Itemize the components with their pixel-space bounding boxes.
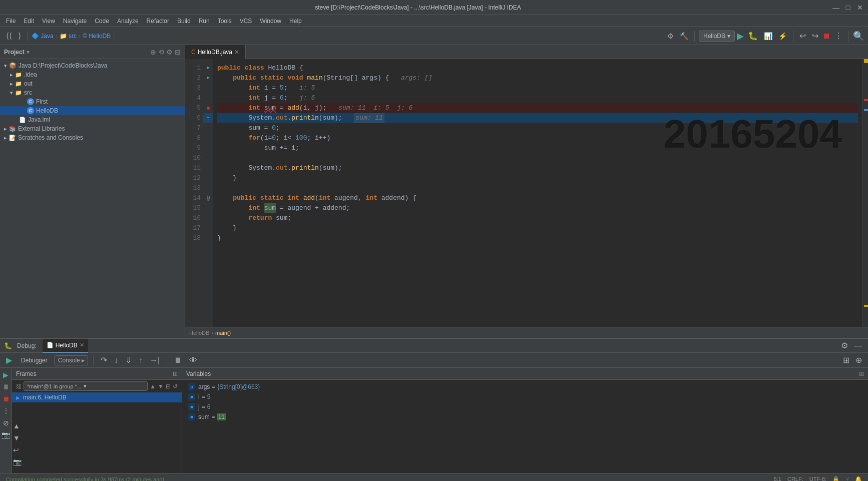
- debug-tab-close[interactable]: ✕: [80, 342, 84, 348]
- code-line-17: }: [217, 223, 858, 233]
- toolbar-build-button[interactable]: ⚙: [665, 30, 676, 42]
- frame-restore-btn[interactable]: ↩: [12, 445, 23, 455]
- frame-scroll-up-btn[interactable]: ▲: [12, 421, 23, 431]
- settings-button[interactable]: ⋮: [832, 29, 844, 43]
- menu-window[interactable]: Window: [256, 15, 285, 27]
- run-to-cursor-btn[interactable]: →|: [148, 355, 162, 366]
- frames-header: Frames ⊞: [12, 368, 182, 380]
- var-args-name: args: [198, 383, 210, 390]
- debug-tab-hellodb[interactable]: 📄 HelloDB ✕: [43, 339, 88, 353]
- stack-frame-item[interactable]: ▶ main:6, HelloDB: [12, 392, 182, 402]
- frame-camera2-btn[interactable]: 📷: [12, 457, 23, 467]
- menu-build[interactable]: Build: [173, 15, 195, 27]
- tab-hellodb[interactable]: C HelloDB.java ✕: [185, 45, 246, 59]
- menu-help[interactable]: Help: [285, 15, 306, 27]
- debug-camera-btn[interactable]: 📷: [1, 430, 11, 440]
- debug-stop-side-btn[interactable]: ⏹: [2, 394, 11, 404]
- title-bar: steve [D:\Project\CodeBlocks\Java] - ...…: [0, 0, 868, 15]
- step-into-my-code-btn[interactable]: ⇓: [123, 354, 134, 366]
- step-out-btn[interactable]: ↑: [137, 355, 145, 366]
- debug-pause-side-btn[interactable]: ⏸: [2, 382, 11, 392]
- project-sync-btn[interactable]: ⟲: [158, 48, 164, 56]
- code-line-16: return sum;: [217, 213, 858, 223]
- step-over-btn[interactable]: ↷: [99, 354, 109, 366]
- tree-javaiml[interactable]: 📄 Java.iml: [0, 115, 185, 124]
- debug-button[interactable]: 🐛: [746, 29, 760, 43]
- gutter-16: [203, 213, 213, 223]
- debug-settings-btn[interactable]: ⚙: [839, 340, 850, 351]
- project-settings-btn[interactable]: ⚙: [166, 48, 173, 56]
- thread-down-btn[interactable]: ▼: [158, 383, 164, 390]
- frames-btn[interactable]: ⊞: [841, 354, 851, 366]
- undo-button[interactable]: ↩: [797, 29, 808, 43]
- variables-expand-btn[interactable]: ⊞: [859, 370, 864, 377]
- minimize-button[interactable]: —: [832, 4, 840, 12]
- marker-debug: [864, 109, 868, 111]
- toolbar-forward-button[interactable]: ⟩: [16, 29, 23, 43]
- project-dropdown[interactable]: ▾: [27, 49, 30, 56]
- search-button[interactable]: 🔍: [853, 31, 864, 42]
- watches-btn[interactable]: 👁: [187, 355, 199, 366]
- iml-icon: 📄: [19, 117, 26, 123]
- maximize-button[interactable]: □: [844, 4, 852, 12]
- ext-expand-icon: ▸: [4, 126, 7, 132]
- stop-button[interactable]: ⏹: [822, 32, 830, 41]
- tab-label: HelloDB.java: [198, 49, 232, 56]
- tree-hellodb[interactable]: C HelloDB: [0, 106, 185, 115]
- tree-root-java[interactable]: ▾ 📦 Java D:\Project\CodeBlocks\Java: [0, 61, 185, 70]
- menu-file[interactable]: File: [2, 15, 20, 27]
- menu-analyze[interactable]: Analyze: [113, 15, 143, 27]
- nav-hellodb[interactable]: © HelloDB: [83, 33, 111, 40]
- profile-button[interactable]: ⚡: [776, 30, 789, 42]
- tree-first[interactable]: C First: [0, 97, 185, 106]
- frames-expand-btn[interactable]: ⊞: [173, 370, 178, 377]
- menu-view[interactable]: View: [38, 15, 59, 27]
- tree-out[interactable]: ▸ 📁 out: [0, 79, 185, 88]
- redo-button[interactable]: ↪: [810, 29, 820, 43]
- toolbar-sep-2: [115, 31, 115, 42]
- title-text: steve [D:\Project\CodeBlocks\Java] - ...…: [4, 4, 832, 11]
- thread-selector[interactable]: *main*@1 in group *... ▾: [24, 381, 148, 391]
- debug-cancel-side-btn[interactable]: ⊘: [2, 418, 10, 428]
- project-collapse-btn[interactable]: ⊟: [175, 48, 181, 56]
- project-add-btn[interactable]: ⊕: [150, 48, 156, 56]
- status-message: Compilation completed successfully in 3s…: [6, 476, 164, 482]
- debug-minimize-btn[interactable]: —: [852, 340, 864, 351]
- step-into-btn[interactable]: ↓: [112, 355, 120, 366]
- tab-close-btn[interactable]: ✕: [234, 49, 239, 56]
- thread-restore-btn[interactable]: ↺: [173, 383, 178, 390]
- menu-tools[interactable]: Tools: [214, 15, 236, 27]
- menu-edit[interactable]: Edit: [20, 15, 38, 27]
- tree-ext-libs[interactable]: ▸ 📚 External Libraries: [0, 124, 185, 133]
- frame-scroll-down-btn[interactable]: ▼: [12, 433, 23, 443]
- debug-more-btn[interactable]: ⋮: [2, 406, 11, 416]
- tree-scratches[interactable]: ▸ 📝 Scratches and Consoles: [0, 133, 185, 142]
- expand-btn[interactable]: ⊕: [853, 354, 864, 366]
- close-button[interactable]: ✕: [856, 4, 864, 12]
- bc-method[interactable]: main(): [215, 330, 231, 336]
- run-config-selector[interactable]: HelloDB ▾: [699, 31, 735, 42]
- nav-src[interactable]: 📁 src: [60, 33, 77, 40]
- evaluate-btn[interactable]: 🖩: [172, 355, 184, 366]
- toolbar-build2-button[interactable]: 🔨: [678, 30, 690, 42]
- var-i-icon: ■: [188, 393, 195, 400]
- code-area[interactable]: 20165204 public class HelloDB { public s…: [213, 59, 862, 327]
- run-coverage-button[interactable]: 📊: [762, 30, 774, 42]
- tree-src[interactable]: ▾ 📁 src: [0, 88, 185, 97]
- resume-btn[interactable]: ▶: [4, 354, 14, 366]
- toolbar-back-button[interactable]: ⟨⟨: [4, 29, 14, 43]
- status-notification-icon: 🔔: [855, 476, 862, 481]
- debug-play-side-btn[interactable]: ▶: [2, 370, 10, 380]
- bc-class[interactable]: HelloDB: [189, 330, 209, 336]
- run-button[interactable]: ▶: [737, 31, 744, 42]
- menu-refactor[interactable]: Refactor: [143, 15, 173, 27]
- console-btn[interactable]: Console ▸: [55, 355, 88, 365]
- thread-up-btn[interactable]: ▲: [150, 383, 156, 390]
- menu-code[interactable]: Code: [91, 15, 113, 27]
- tree-idea[interactable]: ▸ 📁 .idea: [0, 70, 185, 79]
- menu-run[interactable]: Run: [195, 15, 214, 27]
- thread-filter-btn[interactable]: ⊟: [166, 383, 171, 390]
- menu-navigate[interactable]: Navigate: [59, 15, 91, 27]
- nav-java[interactable]: 🔷 Java: [32, 33, 54, 40]
- menu-vcs[interactable]: VCS: [236, 15, 256, 27]
